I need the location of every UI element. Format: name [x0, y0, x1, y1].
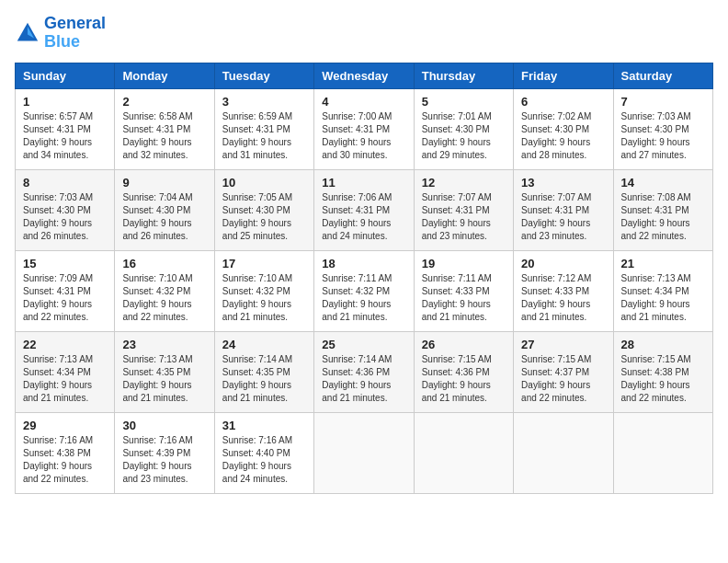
- day-info: Sunrise: 7:12 AMSunset: 4:33 PMDaylight:…: [521, 272, 605, 324]
- weekday-header-wednesday: Wednesday: [314, 63, 414, 88]
- calendar-cell: 22 Sunrise: 7:13 AMSunset: 4:34 PMDaylig…: [16, 331, 115, 412]
- day-number: 16: [122, 257, 206, 270]
- day-number: 18: [322, 257, 405, 270]
- day-info: Sunrise: 7:01 AMSunset: 4:30 PMDaylight:…: [422, 110, 506, 162]
- day-number: 12: [422, 176, 506, 190]
- calendar-cell: [514, 412, 613, 493]
- day-info: Sunrise: 7:09 AMSunset: 4:31 PMDaylight:…: [23, 272, 107, 324]
- day-info: Sunrise: 7:07 AMSunset: 4:31 PMDaylight:…: [521, 191, 605, 243]
- weekday-header-monday: Monday: [115, 63, 214, 88]
- day-number: 30: [122, 419, 206, 432]
- calendar-week-1: 1 Sunrise: 6:57 AMSunset: 4:31 PMDayligh…: [16, 88, 713, 169]
- day-info: Sunrise: 7:10 AMSunset: 4:32 PMDaylight:…: [122, 272, 206, 324]
- day-info: Sunrise: 6:59 AMSunset: 4:31 PMDaylight:…: [222, 110, 306, 162]
- calendar-cell: 15 Sunrise: 7:09 AMSunset: 4:31 PMDaylig…: [16, 250, 115, 331]
- day-info: Sunrise: 7:06 AMSunset: 4:31 PMDaylight:…: [322, 191, 405, 243]
- day-info: Sunrise: 7:15 AMSunset: 4:38 PMDaylight:…: [621, 353, 705, 405]
- logo-text: GeneralBlue: [44, 15, 106, 52]
- day-number: 3: [222, 95, 306, 109]
- day-number: 6: [521, 95, 605, 109]
- calendar-cell: 21 Sunrise: 7:13 AMSunset: 4:34 PMDaylig…: [613, 250, 712, 331]
- logo-icon: [15, 20, 40, 46]
- day-info: Sunrise: 7:14 AMSunset: 4:36 PMDaylight:…: [322, 353, 405, 405]
- calendar-table: SundayMondayTuesdayWednesdayThursdayFrid…: [15, 63, 713, 494]
- day-info: Sunrise: 6:58 AMSunset: 4:31 PMDaylight:…: [122, 110, 206, 162]
- calendar-cell: 30 Sunrise: 7:16 AMSunset: 4:39 PMDaylig…: [115, 412, 214, 493]
- weekday-header-friday: Friday: [514, 63, 613, 88]
- calendar-cell: 20 Sunrise: 7:12 AMSunset: 4:33 PMDaylig…: [514, 250, 613, 331]
- logo: GeneralBlue: [15, 15, 106, 52]
- calendar-cell: 2 Sunrise: 6:58 AMSunset: 4:31 PMDayligh…: [115, 88, 214, 169]
- day-number: 8: [23, 176, 107, 190]
- day-number: 10: [222, 176, 306, 190]
- calendar-cell: 26 Sunrise: 7:15 AMSunset: 4:36 PMDaylig…: [414, 331, 513, 412]
- day-info: Sunrise: 7:16 AMSunset: 4:38 PMDaylight:…: [23, 434, 107, 486]
- day-number: 1: [23, 95, 107, 109]
- weekday-header-thursday: Thursday: [414, 63, 513, 88]
- day-number: 17: [222, 257, 306, 270]
- day-number: 4: [322, 95, 405, 109]
- calendar-cell: 13 Sunrise: 7:07 AMSunset: 4:31 PMDaylig…: [514, 169, 613, 250]
- day-number: 29: [23, 419, 107, 432]
- day-info: Sunrise: 7:07 AMSunset: 4:31 PMDaylight:…: [422, 191, 506, 243]
- calendar-cell: 4 Sunrise: 7:00 AMSunset: 4:31 PMDayligh…: [314, 88, 414, 169]
- day-number: 26: [422, 338, 506, 351]
- day-info: Sunrise: 7:03 AMSunset: 4:30 PMDaylight:…: [621, 110, 705, 162]
- calendar-cell: 12 Sunrise: 7:07 AMSunset: 4:31 PMDaylig…: [414, 169, 513, 250]
- day-info: Sunrise: 7:08 AMSunset: 4:31 PMDaylight:…: [621, 191, 705, 243]
- day-number: 13: [521, 176, 605, 190]
- day-info: Sunrise: 7:11 AMSunset: 4:33 PMDaylight:…: [422, 272, 506, 324]
- calendar-week-3: 15 Sunrise: 7:09 AMSunset: 4:31 PMDaylig…: [16, 250, 713, 331]
- calendar-cell: 14 Sunrise: 7:08 AMSunset: 4:31 PMDaylig…: [613, 169, 712, 250]
- day-number: 2: [122, 95, 206, 109]
- calendar-cell: 10 Sunrise: 7:05 AMSunset: 4:30 PMDaylig…: [214, 169, 313, 250]
- day-info: Sunrise: 7:14 AMSunset: 4:35 PMDaylight:…: [222, 353, 306, 405]
- day-number: 14: [621, 176, 705, 190]
- day-number: 15: [23, 257, 107, 270]
- calendar-cell: [613, 412, 712, 493]
- day-number: 22: [23, 338, 107, 351]
- day-info: Sunrise: 7:13 AMSunset: 4:34 PMDaylight:…: [23, 353, 107, 405]
- calendar-cell: 1 Sunrise: 6:57 AMSunset: 4:31 PMDayligh…: [16, 88, 115, 169]
- calendar-week-2: 8 Sunrise: 7:03 AMSunset: 4:30 PMDayligh…: [16, 169, 713, 250]
- day-info: Sunrise: 7:16 AMSunset: 4:39 PMDaylight:…: [122, 434, 206, 486]
- day-info: Sunrise: 7:15 AMSunset: 4:36 PMDaylight:…: [422, 353, 506, 405]
- day-info: Sunrise: 7:00 AMSunset: 4:31 PMDaylight:…: [322, 110, 405, 162]
- calendar-cell: 31 Sunrise: 7:16 AMSunset: 4:40 PMDaylig…: [214, 412, 313, 493]
- calendar-cell: [414, 412, 513, 493]
- day-info: Sunrise: 7:11 AMSunset: 4:32 PMDaylight:…: [322, 272, 405, 324]
- calendar-cell: 3 Sunrise: 6:59 AMSunset: 4:31 PMDayligh…: [214, 88, 313, 169]
- day-info: Sunrise: 7:16 AMSunset: 4:40 PMDaylight:…: [222, 434, 306, 486]
- weekday-header-saturday: Saturday: [613, 63, 712, 88]
- day-number: 31: [222, 419, 306, 432]
- day-info: Sunrise: 6:57 AMSunset: 4:31 PMDaylight:…: [23, 110, 107, 162]
- day-number: 25: [322, 338, 405, 351]
- calendar-cell: 19 Sunrise: 7:11 AMSunset: 4:33 PMDaylig…: [414, 250, 513, 331]
- calendar-cell: 29 Sunrise: 7:16 AMSunset: 4:38 PMDaylig…: [16, 412, 115, 493]
- day-number: 20: [521, 257, 605, 270]
- day-number: 23: [122, 338, 206, 351]
- day-number: 11: [322, 176, 405, 190]
- calendar-cell: 8 Sunrise: 7:03 AMSunset: 4:30 PMDayligh…: [16, 169, 115, 250]
- calendar-cell: 25 Sunrise: 7:14 AMSunset: 4:36 PMDaylig…: [314, 331, 414, 412]
- day-info: Sunrise: 7:13 AMSunset: 4:34 PMDaylight:…: [621, 272, 705, 324]
- calendar-cell: 27 Sunrise: 7:15 AMSunset: 4:37 PMDaylig…: [514, 331, 613, 412]
- page-header: GeneralBlue: [15, 15, 713, 52]
- day-info: Sunrise: 7:03 AMSunset: 4:30 PMDaylight:…: [23, 191, 107, 243]
- calendar-cell: 9 Sunrise: 7:04 AMSunset: 4:30 PMDayligh…: [115, 169, 214, 250]
- day-info: Sunrise: 7:05 AMSunset: 4:30 PMDaylight:…: [222, 191, 306, 243]
- day-number: 24: [222, 338, 306, 351]
- day-info: Sunrise: 7:04 AMSunset: 4:30 PMDaylight:…: [122, 191, 206, 243]
- calendar-cell: 7 Sunrise: 7:03 AMSunset: 4:30 PMDayligh…: [613, 88, 712, 169]
- calendar-cell: 11 Sunrise: 7:06 AMSunset: 4:31 PMDaylig…: [314, 169, 414, 250]
- calendar-cell: 18 Sunrise: 7:11 AMSunset: 4:32 PMDaylig…: [314, 250, 414, 331]
- day-number: 7: [621, 95, 705, 109]
- day-number: 9: [122, 176, 206, 190]
- calendar-week-4: 22 Sunrise: 7:13 AMSunset: 4:34 PMDaylig…: [16, 331, 713, 412]
- calendar-cell: 24 Sunrise: 7:14 AMSunset: 4:35 PMDaylig…: [214, 331, 313, 412]
- calendar-week-5: 29 Sunrise: 7:16 AMSunset: 4:38 PMDaylig…: [16, 412, 713, 493]
- day-info: Sunrise: 7:15 AMSunset: 4:37 PMDaylight:…: [521, 353, 605, 405]
- day-number: 21: [621, 257, 705, 270]
- calendar-cell: 17 Sunrise: 7:10 AMSunset: 4:32 PMDaylig…: [214, 250, 313, 331]
- calendar-cell: 16 Sunrise: 7:10 AMSunset: 4:32 PMDaylig…: [115, 250, 214, 331]
